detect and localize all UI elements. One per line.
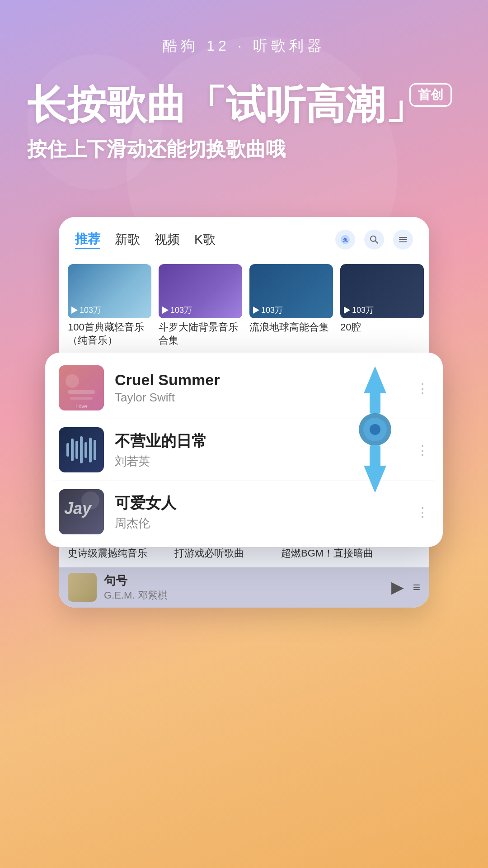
song-more-0[interactable]: ⋮ [416, 380, 429, 396]
playlist-card-title-1: 斗罗大陆背景音乐合集 [159, 321, 242, 347]
playlist-card-title-0: 100首典藏轻音乐（纯音乐） [68, 321, 151, 347]
playlist-cards-row: 103万 100首典藏轻音乐（纯音乐） 103万 斗罗大陆背景音乐合集 [59, 257, 429, 354]
song-art-0: Love [59, 365, 104, 410]
svg-rect-20 [370, 445, 380, 468]
app-mock: 推荐 新歌 视频 K歌 免 [59, 217, 429, 608]
svg-marker-15 [364, 366, 386, 393]
svg-text:Love: Love [75, 403, 87, 410]
play-count-0: 103万 [71, 305, 101, 316]
play-button[interactable]: ▶ [391, 578, 404, 597]
svg-rect-9 [68, 390, 95, 394]
rock-card-title-1: 打游戏必听歌曲 [174, 547, 274, 560]
svg-point-19 [370, 424, 380, 435]
first-badge: 首创 [409, 83, 452, 107]
svg-rect-16 [370, 391, 380, 414]
svg-rect-10 [70, 397, 93, 400]
now-playing-info: 句号 G.E.M. 邓紫棋 [104, 573, 384, 602]
nav-icons: 免 [335, 230, 413, 250]
song-more-2[interactable]: ⋮ [416, 504, 429, 520]
song-title-2: 可爱女人 [115, 493, 405, 514]
svg-marker-21 [364, 466, 386, 493]
nav-item-video[interactable]: 视频 [155, 231, 180, 248]
now-playing-bar: 句号 G.E.M. 邓紫棋 ▶ ≡ [59, 567, 429, 608]
nav-item-karaoke[interactable]: K歌 [194, 231, 216, 248]
song-art-2: Jay [59, 489, 104, 534]
waveform [66, 436, 96, 463]
song-artist-2: 周杰伦 [115, 515, 405, 531]
svg-point-8 [66, 374, 79, 388]
playlist-card-2[interactable]: 103万 流浪地球高能合集 [249, 264, 333, 347]
now-playing-title: 句号 [104, 573, 384, 589]
gesture-illustration [343, 366, 407, 493]
play-count-3: 103万 [344, 305, 374, 316]
song-more-1[interactable]: ⋮ [416, 442, 429, 458]
playlist-card-title-3: 20腔 [340, 321, 424, 334]
search-icon[interactable] [364, 230, 384, 250]
song-art-1 [59, 427, 104, 472]
playlist-card-img-1: 103万 [159, 264, 242, 318]
hero-main-text: 长按歌曲「试听高潮」 [27, 83, 461, 127]
svg-point-14 [81, 491, 99, 509]
svg-line-3 [375, 241, 378, 244]
playlist-card-img-3: 103万 [340, 264, 424, 318]
playlist-card-3[interactable]: 103万 20腔 [340, 264, 424, 347]
playlist-card-title-2: 流浪地球高能合集 [249, 321, 333, 334]
now-playing-artist: G.E.M. 邓紫棋 [104, 589, 384, 602]
svg-text:免: 免 [343, 237, 348, 242]
nav-item-new[interactable]: 新歌 [115, 231, 140, 248]
menu-icon[interactable] [393, 230, 413, 250]
app-nav: 推荐 新歌 视频 K歌 免 [59, 217, 429, 257]
playlist-card-0[interactable]: 103万 100首典藏轻音乐（纯音乐） [68, 264, 151, 347]
hero-sub-text: 按住上下滑动还能切换歌曲哦 [27, 136, 461, 163]
play-count-1: 103万 [162, 305, 192, 316]
rock-card-title-2: 超燃BGM！直接暗曲 [281, 547, 380, 560]
playlist-card-1[interactable]: 103万 斗罗大陆背景音乐合集 [159, 264, 242, 347]
song-info-2: 可爱女人 周杰伦 [115, 493, 405, 531]
gesture-arrows-svg [343, 366, 407, 493]
play-count-2: 103万 [253, 305, 283, 316]
playlist-card-img-0: 103万 [68, 264, 151, 318]
playlist-button[interactable]: ≡ [413, 580, 420, 594]
nav-item-recommend[interactable]: 推荐 [75, 231, 100, 249]
now-playing-controls: ▶ ≡ [391, 578, 420, 597]
now-playing-art [68, 573, 97, 602]
playlist-card-img-2: 103万 [249, 264, 333, 318]
rock-card-title-0: 史诗级震撼纯音乐 [68, 547, 167, 560]
hero-section: 首创 长按歌曲「试听高潮」 按住上下滑动还能切换歌曲哦 [0, 56, 488, 163]
vip-icon[interactable]: 免 [335, 230, 355, 250]
